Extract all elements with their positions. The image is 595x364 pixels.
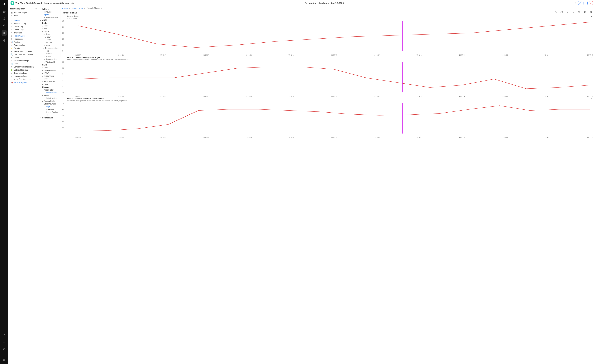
tree-node-adas[interactable]: ▸ADAS [40, 19, 60, 22]
link-button[interactable] [578, 1, 582, 5]
tree-node-directionindicator[interactable]: ▸DirectionIndicator [40, 47, 60, 49]
lock-icon[interactable] [554, 11, 557, 14]
tree-node-light[interactable]: ▸Light [40, 77, 60, 80]
tree-node-body[interactable]: ▾Body [40, 22, 60, 24]
tree-node-pedalposition[interactable]: PedalPosition [40, 91, 60, 94]
sidebar-section-header[interactable]: Testrun Explorer [10, 8, 39, 10]
tree-node-horn[interactable]: ▸Horn [40, 27, 60, 30]
tree-node-heatingcooling[interactable]: HeatingCooling [40, 111, 60, 114]
package-icon[interactable] [2, 17, 6, 21]
close-icon[interactable]: ✕ [84, 7, 85, 9]
refresh-icon[interactable] [560, 11, 563, 14]
sidebar-item-dumpsys-log[interactable]: ≡Dumpsys Log [10, 44, 39, 47]
tree-node-mirrors[interactable]: ▸Mirrors [40, 55, 60, 58]
tree-node-traveleddistance[interactable]: TraveledDistance [40, 16, 60, 19]
sidebar-item-events[interactable]: ⚠Events [10, 19, 39, 22]
tree-node-low[interactable]: ▸Low [40, 36, 60, 38]
chart-1: ≡Vehicle.Chassis.SteeringWheel.AngleStee… [62, 56, 592, 95]
tree-node-driverposition[interactable]: ▸DriverPosition [40, 69, 60, 72]
tree-node-hood[interactable]: ▸Hood [40, 24, 60, 27]
skip-forward-icon[interactable] [590, 11, 592, 14]
x-tick-label: 13:10:11 [331, 137, 337, 138]
chart-plot[interactable]: 5101520253013:10:0513:10:0613:10:0713:10… [62, 20, 592, 54]
sidebar-item-video[interactable]: ▶Video [10, 56, 39, 59]
tree-node-infotainment[interactable]: ▸Infotainment [40, 75, 60, 77]
sidebar-item-processes[interactable]: ⚙Processes [10, 37, 39, 41]
chart-menu-icon[interactable]: ≡ [591, 56, 592, 59]
tree-node-fog[interactable]: ▸Fog [40, 49, 60, 52]
sidebar-item-trace-log[interactable]: ≡Trace Log [10, 31, 39, 34]
tree-node-cabin[interactable]: ▾Cabin [40, 63, 60, 66]
tree-node-accelerator[interactable]: ▾Accelerator [40, 89, 60, 91]
sidebar-item-java-heap-dumps[interactable]: ♨Java Heap Dumps [10, 59, 39, 62]
tree-node-brake[interactable]: ▾Brake [40, 94, 60, 97]
sidebar-item-use-case-performance[interactable]: 🔍Use Case Performance [10, 53, 39, 56]
sidebar-item-voice-assistant-logs[interactable]: ≡Voice Assistant Logs [10, 78, 39, 81]
sidebar-item-vehicle-signals[interactable]: 🚗Vehicle Signals [10, 81, 39, 84]
tab-vehicle-signals[interactable]: Vehicle Signals✕ [88, 7, 102, 10]
tree-node-angle[interactable]: Angle [40, 105, 60, 108]
tree-node-hazard[interactable]: ▸Hazard [40, 52, 60, 55]
rocket-icon[interactable] [2, 24, 6, 27]
tree-node-lights[interactable]: ▾Lights [40, 30, 60, 33]
tree-node-connectivity[interactable]: ▾Connectivity [40, 117, 60, 119]
tree-node-pedalposition[interactable]: PedalPosition [40, 97, 60, 100]
chart-plot[interactable]: 0102030405013:10:0513:10:0613:10:0713:10… [62, 102, 592, 136]
help-icon[interactable] [2, 333, 6, 337]
bug-icon[interactable] [1, 30, 7, 36]
tree-node-windshield[interactable]: ▸Windshield [40, 61, 60, 63]
close-button[interactable] [589, 1, 593, 5]
tree-node-chassis[interactable]: ▾Chassis [40, 86, 60, 89]
skip-back-icon[interactable] [584, 11, 586, 14]
star-icon[interactable] [2, 10, 6, 14]
tab-performance[interactable]: Performance✕ [72, 7, 85, 10]
tree-node-sunroof[interactable]: ▸Sunroof [40, 83, 60, 86]
chart-plot[interactable]: -10-505101513:10:0513:10:0613:10:0713:10… [62, 61, 592, 95]
sidebar-item-resets[interactable]: ⚡Resets [10, 47, 39, 50]
tree-node-vehicle[interactable]: ▾Vehicle [40, 8, 60, 11]
tree-node-parkingbrake[interactable]: ▸ParkingBrake [40, 100, 60, 103]
key-icon[interactable] [2, 347, 6, 350]
sidebar-item-profiler[interactable]: 📊Profiler [10, 41, 39, 44]
clock-icon[interactable] [578, 11, 581, 14]
prev-icon[interactable] [566, 11, 569, 14]
sidebar-item-files[interactable]: 📄Files [10, 62, 39, 65]
sidebar-item-aaos-log[interactable]: ≡AAOS Log [10, 25, 39, 28]
sidebar-item-tests[interactable]: ≡Tests [10, 14, 39, 17]
chart-menu-icon[interactable]: ≡ [591, 97, 592, 100]
sidebar-item-battery-historian[interactable]: 🔋Battery Historian [10, 69, 39, 72]
sidebar-item-icon: ⚙ [11, 38, 13, 40]
tree-node-rearviewmirror[interactable]: ▸RearviewMirror [40, 80, 60, 83]
tree-node-beam[interactable]: ▾Beam [40, 33, 60, 36]
sidebar-item-test-run-report[interactable]: ▣Test Run Report [10, 11, 39, 14]
sidebar-item-screen-contents-history[interactable]: ↻Screen Contents History [10, 65, 39, 69]
tree-node-steeringwheel[interactable]: ▾SteeringWheel [40, 103, 60, 105]
sidebar-item-performance[interactable]: ⏱Performance [10, 34, 39, 37]
tree-node-extension[interactable]: Extension [40, 108, 60, 111]
sidebar-item-execution-log[interactable]: ≡Execution Log [10, 22, 39, 25]
close-icon[interactable]: ✕ [69, 7, 70, 9]
expand-rail-icon[interactable] [2, 358, 6, 362]
tree-node-backup[interactable]: ▸Backup [40, 41, 60, 44]
fullscreen-button[interactable] [584, 1, 588, 5]
chart-menu-icon[interactable]: ≡ [591, 15, 592, 18]
tree-node-door[interactable]: ▸Door [40, 66, 60, 69]
sidebar-item-hypervisor-logs[interactable]: ≡Hypervisor Logs [10, 75, 39, 78]
close-icon[interactable]: ✕ [101, 7, 103, 9]
tree-node-high[interactable]: ▸High [40, 38, 60, 41]
lock-icon[interactable] [574, 2, 577, 4]
next-icon[interactable] [572, 11, 574, 14]
tree-node-ismoving[interactable]: IsMoving [40, 11, 60, 13]
tree-node-tilt[interactable]: Tilt [40, 114, 60, 117]
tree-node-hvac[interactable]: ▸HVAC [40, 72, 60, 75]
tab-events[interactable]: Events✕ [62, 7, 70, 10]
tree-twisty-icon: ▸ [45, 39, 47, 41]
sidebar-item-kernel-memory-leaks[interactable]: ◆Kernel Memory Leaks [10, 50, 39, 53]
tree-node-brake[interactable]: ▸Brake [40, 44, 60, 47]
tree-node-speed[interactable]: Speed [40, 13, 60, 16]
smile-icon[interactable] [2, 340, 6, 344]
umbrella-icon[interactable] [2, 39, 6, 42]
sidebar-item-telematics-logs[interactable]: ≡Telematics Logs [10, 72, 39, 75]
sidebar-item-phone-logs[interactable]: ≡Phone Logs [10, 28, 39, 31]
tree-node-raindetection[interactable]: ▸Raindetection [40, 58, 60, 61]
